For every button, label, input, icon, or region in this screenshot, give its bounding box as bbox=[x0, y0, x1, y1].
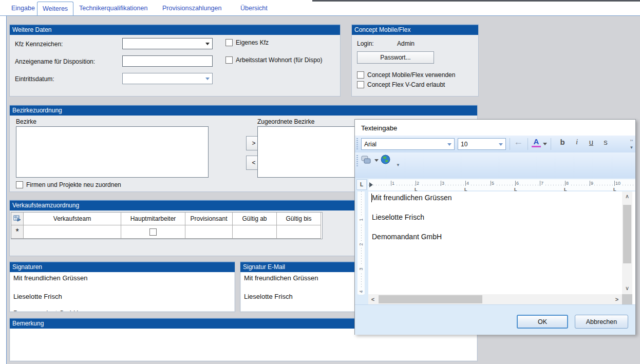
eigenes-kfz-label: Eigenes Kfz bbox=[236, 39, 269, 46]
cell-verkaufsteam[interactable] bbox=[24, 225, 121, 239]
chevron-down-icon bbox=[205, 78, 210, 82]
strikethrough-button[interactable]: s bbox=[599, 138, 612, 146]
column-header-verkaufsteam[interactable]: Verkaufsteam bbox=[24, 213, 121, 225]
column-header-gueltig-bis[interactable]: Gültig bis bbox=[277, 213, 321, 225]
undo-arrow-icon[interactable]: ← bbox=[512, 137, 524, 147]
concept-vcard-checkbox[interactable]: Concept Flex V-Card erlaubt bbox=[357, 81, 445, 88]
tab-technikerqualifikationen[interactable]: Technikerqualifikationen bbox=[74, 2, 153, 15]
font-color-button[interactable]: A bbox=[532, 138, 541, 147]
chevron-down-icon bbox=[447, 143, 451, 148]
tab-weiteres[interactable]: Weiteres bbox=[37, 2, 73, 15]
scroll-right-icon[interactable]: > bbox=[614, 296, 620, 302]
firmen-projekte-checkbox[interactable]: Firmen und Projekte neu zuordnen bbox=[16, 181, 121, 188]
ruler-number: 2 bbox=[359, 241, 364, 247]
checkbox-box bbox=[357, 81, 364, 88]
cancel-button[interactable]: Abbrechen bbox=[575, 315, 628, 329]
hauptmitarbeiter-checkbox[interactable] bbox=[149, 228, 157, 236]
login-label: Login: bbox=[357, 40, 374, 47]
underline-button[interactable]: u bbox=[585, 138, 597, 146]
concept-vcard-label: Concept Flex V-Card erlaubt bbox=[367, 81, 445, 88]
toolbar-grip-handle[interactable] bbox=[356, 138, 358, 150]
cell-provisionsanteil[interactable] bbox=[185, 225, 233, 239]
ruler-number: 1 bbox=[359, 217, 364, 223]
column-header-provisionsanteil[interactable]: Provisionsant bbox=[185, 213, 233, 225]
vertical-ruler[interactable]: 1 2 3 4 bbox=[355, 191, 368, 304]
cell-gueltig-ab[interactable] bbox=[233, 225, 277, 239]
ruler-number: 9 bbox=[590, 181, 594, 186]
chevron-down-icon bbox=[205, 43, 210, 47]
ruler-number: 5 bbox=[491, 181, 495, 186]
indent-marker-icon[interactable] bbox=[369, 182, 375, 187]
tab-uebersicht[interactable]: Übersicht bbox=[235, 2, 273, 15]
tab-bar: Eingabe Weiteres Technikerqualifikatione… bbox=[0, 0, 640, 16]
new-row-marker: * bbox=[11, 225, 24, 239]
table-properties-icon bbox=[13, 215, 21, 222]
zugeordnete-bezirke-label: Zugeordnete Bezirke bbox=[257, 118, 314, 125]
font-name-select[interactable]: Arial bbox=[361, 138, 455, 150]
chevron-down-icon[interactable] bbox=[543, 143, 547, 147]
scrollbar-thumb[interactable] bbox=[623, 205, 631, 263]
signature-line: Mit freundlichen Grüssen bbox=[244, 274, 318, 282]
group-header-concept: Concept Mobile/Flex bbox=[352, 25, 478, 35]
rich-text-input[interactable]: Mit freundlichen Grüssen Lieselotte Fris… bbox=[368, 191, 622, 294]
eigenes-kfz-checkbox[interactable]: Eigenes Kfz bbox=[225, 39, 269, 46]
insert-toolbar: ▼ bbox=[355, 152, 635, 178]
concept-verwenden-checkbox[interactable]: Concept Mobile/Flex verwenden bbox=[357, 71, 455, 79]
tab-eingabe[interactable]: Eingabe bbox=[6, 2, 40, 15]
cell-gueltig-bis[interactable] bbox=[277, 225, 321, 239]
arbeitsstart-checkbox[interactable]: Arbeitsstart Wohnort (für Dispo) bbox=[225, 56, 323, 64]
scroll-up-icon[interactable]: ∧ bbox=[622, 193, 632, 200]
ruler-number: 8 bbox=[565, 181, 570, 186]
concept-verwenden-label: Concept Mobile/Flex verwenden bbox=[367, 71, 455, 79]
horizontal-ruler[interactable]: 1 2 3 4 5 6 7 8 9 10 L L L L L bbox=[368, 179, 635, 190]
font-size-select[interactable]: 10 bbox=[458, 138, 506, 150]
scrollbar-thumb[interactable] bbox=[379, 295, 482, 303]
grid-corner-cell[interactable] bbox=[11, 213, 24, 225]
eintrittsdatum-select[interactable] bbox=[122, 73, 213, 84]
anzeigename-input[interactable] bbox=[122, 55, 213, 67]
ok-button[interactable]: OK bbox=[517, 315, 568, 329]
kfz-kennzeichen-select[interactable] bbox=[122, 38, 213, 49]
bezirke-listbox[interactable] bbox=[16, 126, 209, 178]
signaturen-textarea[interactable]: Mit freundlichen Grüssen Lieselotte Fris… bbox=[10, 272, 234, 311]
cell-hauptmitarbeiter[interactable] bbox=[121, 225, 185, 239]
tab-alignment-selector[interactable]: L bbox=[356, 179, 367, 190]
group-header-bezirke: Bezirkezuordnung bbox=[10, 105, 477, 116]
column-header-hauptmitarbeiter[interactable]: Hauptmitarbeiter bbox=[121, 213, 185, 225]
vertical-scrollbar[interactable]: ∧ ∨ bbox=[622, 191, 632, 294]
panel-left-border bbox=[0, 16, 7, 364]
ruler-number: 4 bbox=[465, 181, 470, 186]
text-line: Demomandant GmbH bbox=[372, 233, 442, 241]
toolbar-overflow-button[interactable]: ›› ▼ bbox=[628, 137, 635, 151]
firmen-projekte-label: Firmen und Projekte neu zuordnen bbox=[26, 181, 121, 188]
scroll-down-icon[interactable]: ∨ bbox=[622, 285, 632, 292]
dialog-footer: OK Abbrechen bbox=[355, 304, 635, 335]
font-name-value: Arial bbox=[364, 141, 377, 148]
chevron-down-icon[interactable] bbox=[374, 159, 379, 164]
ruler-number: 4 bbox=[359, 289, 364, 295]
ruler-number: 6 bbox=[515, 181, 520, 186]
grid-new-row: * bbox=[11, 225, 322, 239]
passwort-button[interactable]: Passwort... bbox=[357, 51, 434, 64]
ruler-number: 10 bbox=[614, 181, 622, 186]
group-concept-mobile-flex: Concept Mobile/Flex Login: Admin Passwor… bbox=[351, 24, 479, 97]
ruler-number: 3 bbox=[359, 266, 364, 272]
tab-provisionszahlungen[interactable]: Provisionszahlungen bbox=[157, 2, 227, 15]
horizontal-scrollbar[interactable]: < > bbox=[368, 294, 622, 304]
kfz-kennzeichen-label: Kfz Kennzeichen: bbox=[15, 41, 63, 48]
bold-button[interactable]: b bbox=[556, 138, 569, 146]
toolbar-overflow-button[interactable]: ▼ bbox=[396, 163, 400, 167]
italic-button[interactable]: i bbox=[571, 138, 583, 146]
text-line: Lieselotte Frisch bbox=[372, 213, 424, 221]
hyperlink-globe-icon[interactable] bbox=[381, 155, 390, 166]
insert-field-icon[interactable] bbox=[361, 155, 371, 166]
checkbox-box bbox=[16, 181, 23, 188]
toolbar-grip-handle[interactable] bbox=[356, 155, 358, 166]
scroll-left-icon[interactable]: < bbox=[370, 296, 376, 302]
ruler-row: L 1 2 3 4 5 6 7 8 9 10 L L L L L bbox=[355, 178, 635, 191]
chevron-down-icon bbox=[499, 143, 503, 148]
column-header-gueltig-ab[interactable]: Gültig ab bbox=[233, 213, 277, 225]
eintrittsdatum-label: Eintrittsdatum: bbox=[15, 75, 54, 83]
arbeitsstart-label: Arbeitsstart Wohnort (für Dispo) bbox=[236, 56, 323, 64]
overflow-down-icon: ▼ bbox=[630, 145, 634, 150]
